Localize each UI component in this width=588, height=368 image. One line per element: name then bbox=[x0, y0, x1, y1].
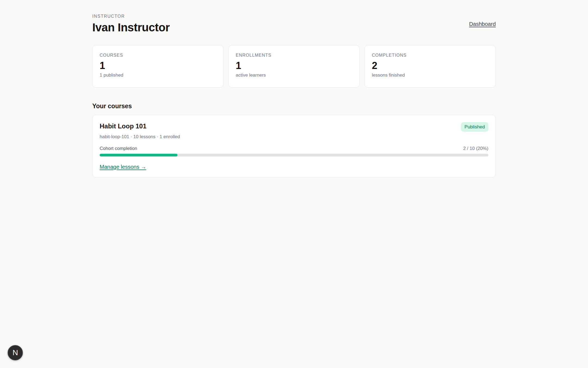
stat-value: 1 bbox=[236, 60, 352, 72]
progress-row: Cohort completion 2 / 10 (20%) bbox=[100, 146, 488, 151]
stat-label: COMPLETIONS bbox=[372, 53, 488, 58]
course-card: Habit Loop 101 Published habit-loop-101 … bbox=[92, 115, 496, 177]
stat-sub: lessons finished bbox=[372, 72, 488, 78]
stat-label: ENROLLMENTS bbox=[236, 53, 352, 58]
stat-value: 2 bbox=[372, 60, 488, 72]
stat-sub: 1 published bbox=[100, 72, 216, 78]
progress-value: 2 / 10 (20%) bbox=[463, 146, 488, 151]
nextjs-dev-tools-button[interactable]: N bbox=[8, 345, 23, 360]
page-header: INSTRUCTOR Ivan Instructor Dashboard bbox=[92, 14, 496, 34]
manage-lessons-link[interactable]: Manage lessons → bbox=[100, 164, 146, 170]
stat-value: 1 bbox=[100, 60, 216, 72]
header-titles: INSTRUCTOR Ivan Instructor bbox=[92, 14, 170, 34]
stat-card-enrollments: ENROLLMENTS 1 active learners bbox=[228, 45, 360, 88]
stat-card-completions: COMPLETIONS 2 lessons finished bbox=[365, 45, 496, 88]
course-card-header: Habit Loop 101 Published bbox=[100, 122, 488, 132]
dashboard-link[interactable]: Dashboard bbox=[469, 21, 496, 27]
page-title: Ivan Instructor bbox=[92, 21, 170, 34]
stat-card-courses: COURSES 1 1 published bbox=[92, 45, 223, 88]
main-content: INSTRUCTOR Ivan Instructor Dashboard COU… bbox=[92, 0, 496, 177]
instructor-eyebrow: INSTRUCTOR bbox=[92, 14, 170, 19]
progress-bar-track bbox=[100, 154, 488, 156]
n-logo-icon: N bbox=[13, 348, 18, 357]
course-title: Habit Loop 101 bbox=[100, 122, 146, 130]
stat-label: COURSES bbox=[100, 53, 216, 58]
progress-bar-fill bbox=[100, 154, 177, 156]
stats-row: COURSES 1 1 published ENROLLMENTS 1 acti… bbox=[92, 45, 496, 88]
courses-section-heading: Your courses bbox=[92, 102, 496, 110]
status-badge: Published bbox=[461, 122, 488, 132]
stat-sub: active learners bbox=[236, 72, 352, 78]
course-meta: habit-loop-101 · 10 lessons · 1 enrolled bbox=[100, 134, 488, 140]
progress-label: Cohort completion bbox=[100, 146, 137, 151]
